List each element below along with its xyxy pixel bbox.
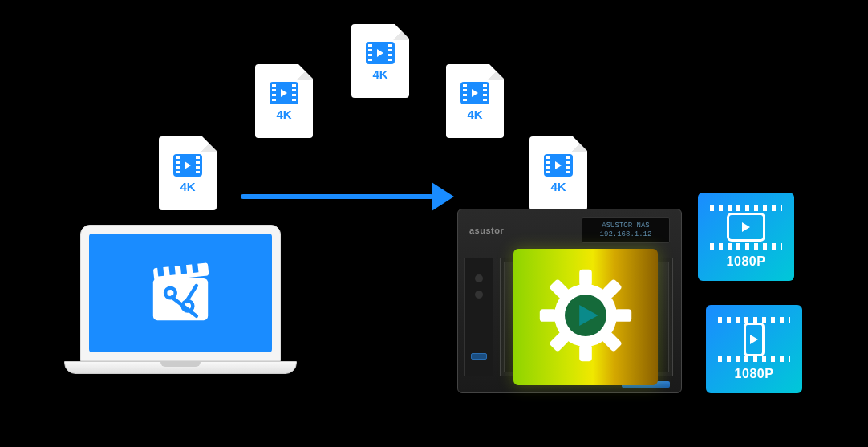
nas-display-line2: 192.168.1.12	[600, 230, 652, 239]
nas-brand-label: asustor	[469, 226, 504, 235]
film-strip-icon	[173, 154, 202, 177]
film-strip-icon	[460, 82, 489, 104]
file-format-label: 4K	[276, 108, 291, 121]
nas-front-panel	[464, 258, 493, 376]
file-format-label: 4K	[180, 180, 195, 193]
film-strip-icon	[270, 82, 298, 104]
svg-rect-12	[579, 344, 592, 361]
transcoding-overlay	[513, 249, 658, 385]
svg-rect-14	[614, 309, 631, 322]
file-format-label: 4K	[550, 180, 566, 193]
laptop-screen	[89, 234, 272, 352]
gear-play-icon	[533, 263, 638, 371]
svg-rect-3	[168, 265, 175, 275]
monitor-icon	[727, 213, 765, 242]
output-monitor-badge: 1080P	[698, 193, 794, 281]
nas-power-button-icon	[475, 274, 483, 282]
file-format-label: 4K	[467, 108, 482, 121]
source-laptop	[64, 225, 297, 393]
video-editing-icon	[144, 257, 217, 329]
file-4k-5: 4K	[529, 136, 587, 210]
transfer-arrow-icon	[241, 181, 465, 213]
laptop-bezel	[80, 225, 281, 361]
play-icon	[750, 335, 758, 344]
play-icon	[742, 222, 750, 232]
film-strip-icon	[544, 154, 573, 177]
phone-icon	[744, 323, 765, 356]
file-4k-2: 4K	[255, 64, 313, 138]
svg-rect-2	[157, 266, 164, 276]
film-frame-icon	[718, 317, 790, 362]
nas-usb-port-icon	[471, 353, 487, 360]
svg-rect-13	[540, 309, 557, 322]
nas-display-line1: ASUSTOR NAS	[602, 221, 649, 230]
nas-led-icon	[475, 291, 483, 299]
file-format-label: 4K	[372, 67, 387, 81]
svg-rect-5	[192, 262, 198, 273]
output-resolution-label: 1080P	[727, 254, 766, 269]
svg-rect-11	[579, 270, 592, 286]
file-4k-1: 4K	[159, 136, 217, 210]
svg-rect-0	[153, 278, 208, 320]
laptop-base	[64, 361, 297, 374]
file-4k-3: 4K	[351, 24, 409, 98]
output-resolution-label: 1080P	[735, 367, 774, 381]
nas-lcd-display: ASUSTOR NAS 192.168.1.12	[582, 217, 670, 243]
film-frame-icon	[710, 205, 782, 250]
output-phone-badge: 1080P	[706, 305, 802, 393]
svg-rect-4	[180, 263, 187, 274]
file-4k-4: 4K	[446, 64, 504, 138]
film-strip-icon	[366, 42, 395, 64]
